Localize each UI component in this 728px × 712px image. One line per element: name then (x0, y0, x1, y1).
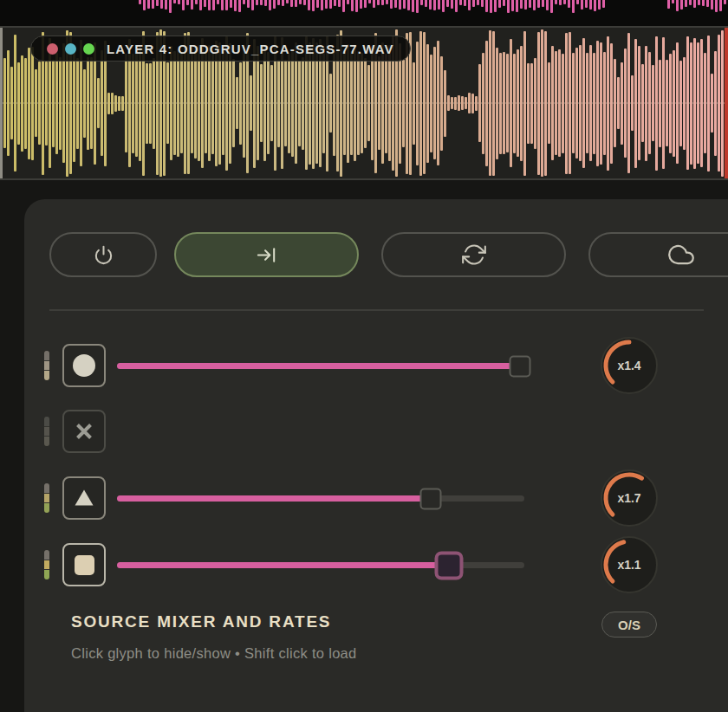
cross-glyph-icon (73, 420, 95, 443)
source-triangle-button[interactable] (62, 476, 106, 520)
power-icon (92, 243, 115, 267)
mix-slider[interactable] (117, 363, 524, 369)
triangle-glyph-icon (73, 487, 95, 509)
level-meter (44, 417, 49, 446)
panel-left-edge (0, 28, 3, 178)
source-square-button[interactable] (62, 543, 106, 586)
traffic-light-blue[interactable] (65, 43, 76, 55)
square-glyph-icon (75, 555, 94, 575)
hint-text: Click glyph to hide/show • Shift click t… (71, 645, 357, 662)
slider-fill (117, 562, 449, 568)
refresh-button[interactable] (381, 232, 566, 277)
level-meter (44, 550, 49, 579)
layer-title-pill: LAYER 4: ODDGRUV_PCA-SEGS-77.WAV (30, 36, 411, 61)
mixer-row-square: x1.1 (24, 541, 728, 588)
slider-fill (117, 363, 520, 369)
level-meter (44, 483, 49, 513)
rate-value: x1.7 (598, 467, 660, 529)
top-strip (0, 0, 728, 26)
screen: LAYER 4: ODDGRUV_PCA-SEGS-77.WAV (0, 0, 728, 712)
rate-knob[interactable]: x1.4 (598, 334, 660, 397)
rate-value: x1.1 (598, 534, 660, 596)
layer-title: LAYER 4: ODDGRUV_PCA-SEGS-77.WAV (107, 42, 394, 56)
rate-knob[interactable]: x1.7 (598, 467, 660, 529)
refresh-icon (462, 243, 486, 267)
mix-slider[interactable] (117, 495, 524, 502)
slider-handle[interactable] (420, 488, 442, 509)
power-button[interactable] (49, 232, 157, 277)
source-cross-button[interactable] (62, 410, 106, 453)
slider-handle[interactable] (435, 551, 464, 579)
rate-value: x1.4 (598, 334, 660, 397)
cloud-button[interactable] (588, 232, 728, 277)
slider-fill (117, 495, 431, 502)
level-meter (44, 351, 49, 380)
cloud-icon (668, 242, 694, 268)
oversample-badge[interactable]: O/S (601, 612, 657, 638)
source-circle-button[interactable] (62, 344, 106, 387)
mixer-row-triangle: x1.7 (24, 475, 728, 521)
mixer-row-cross (24, 408, 728, 455)
circle-glyph-icon (73, 354, 95, 377)
toolbar (49, 232, 728, 277)
top-waveform-strip (139, 0, 728, 16)
playhead (725, 28, 728, 178)
traffic-light-green[interactable] (83, 43, 94, 55)
divider (49, 309, 704, 311)
control-panel: x1.4 (24, 199, 728, 712)
mix-slider[interactable] (117, 562, 524, 568)
traffic-light-red[interactable] (47, 43, 58, 55)
section-title: SOURCE MIXER AND RATES (71, 612, 331, 631)
skip-to-end-button[interactable] (174, 232, 359, 277)
rate-knob[interactable]: x1.1 (598, 534, 660, 596)
skip-to-end-icon (255, 243, 278, 267)
mixer-row-circle: x1.4 (24, 342, 728, 389)
waveform-panel[interactable]: LAYER 4: ODDGRUV_PCA-SEGS-77.WAV (0, 26, 728, 180)
slider-handle[interactable] (510, 355, 531, 377)
